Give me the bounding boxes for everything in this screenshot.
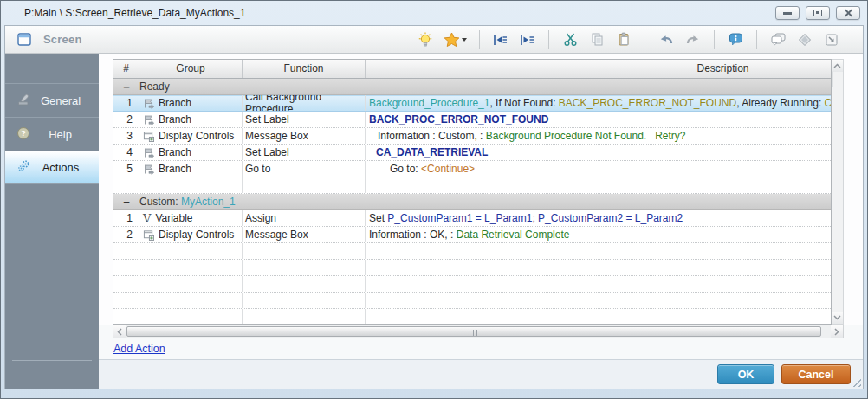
cell-c2: Set Label	[243, 112, 366, 127]
collapse-icon[interactable]: −	[113, 80, 139, 93]
column-header-function[interactable]: Function	[243, 60, 366, 78]
indent-icon[interactable]	[517, 29, 538, 51]
tip-lightbulb-icon[interactable]	[415, 29, 436, 51]
sidebar-item-help[interactable]: ? Help	[5, 117, 99, 151]
cell-c3: Go to: <Continue>	[366, 161, 831, 177]
cell-c3	[366, 243, 831, 259]
vertical-scroll-track[interactable]	[832, 72, 843, 312]
cancel-button[interactable]: Cancel	[781, 364, 851, 384]
cell-c1	[139, 309, 243, 324]
cell-c2	[243, 260, 366, 275]
horizontal-scroll-track[interactable]	[822, 325, 831, 338]
vertical-scroll-thumb[interactable]	[832, 71, 833, 87]
question-mark-icon: ?	[16, 126, 30, 143]
undo-icon[interactable]	[656, 29, 677, 51]
maximize-icon	[813, 10, 822, 16]
actions-grid: # Group Function Description −Ready1 Bra…	[113, 59, 832, 325]
sidebar-item-label: Help	[30, 128, 99, 141]
maximize-button[interactable]	[806, 6, 830, 20]
function-cell-label: Call Background Procedure	[245, 95, 365, 111]
vertical-scrollbar[interactable]	[832, 59, 844, 325]
action-row[interactable]: 1VVariableAssignSet P_CustomParam1 = L_P…	[113, 210, 831, 227]
cell-c2	[243, 276, 366, 292]
description-segment: Set	[369, 212, 387, 224]
diamond-icon[interactable]	[794, 29, 815, 51]
branch-icon	[143, 147, 154, 158]
dialog-footer: OK Cancel	[99, 359, 863, 389]
column-header-group[interactable]: Group	[139, 60, 243, 78]
empty-row	[113, 309, 831, 324]
scroll-up-icon[interactable]	[832, 60, 843, 72]
description-segment: Information : OK, :	[369, 228, 457, 241]
column-header-number[interactable]: #	[113, 60, 139, 78]
sidebar-item-actions[interactable]: Actions	[5, 151, 99, 184]
main-area: General ? Help	[5, 54, 863, 389]
empty-row	[113, 243, 831, 260]
action-number: 1	[126, 97, 133, 109]
cell-c3: Information : OK, : Data Retrieval Compl…	[366, 227, 831, 242]
variable-icon: V	[143, 213, 151, 224]
cell-c1: Branch	[139, 145, 243, 160]
sidebar-item-general[interactable]: General	[5, 83, 99, 117]
add-action-link[interactable]: Add Action	[113, 343, 165, 355]
cell-c0: 4	[113, 145, 139, 160]
horizontal-scrollbar[interactable]	[113, 325, 844, 338]
minimize-button[interactable]	[775, 6, 800, 20]
copy-icon[interactable]	[586, 29, 607, 51]
cell-c0	[113, 276, 139, 292]
favorites-star-icon	[444, 32, 460, 48]
action-row[interactable]: 1 BranchCall Background ProcedureBackgro…	[113, 95, 831, 112]
title-bar[interactable]: P:Main \ S:Screen_Retrieve_Data_MyAction…	[1, 1, 867, 25]
cell-c3	[366, 260, 831, 275]
scroll-right-icon[interactable]	[831, 325, 843, 338]
action-row[interactable]: 2 Display ControlsMessage BoxInformation…	[113, 227, 831, 243]
cell-c0: 2	[113, 227, 139, 242]
action-row[interactable]: 3 Display ControlsMessage BoxInformation…	[113, 128, 831, 145]
cell-c2: Assign	[243, 210, 366, 226]
favorites-star-button[interactable]	[442, 29, 469, 51]
cell-c2: Call Background Procedure	[243, 95, 366, 111]
close-button[interactable]	[836, 6, 860, 20]
description-segment: CA_DATA_RETRIEVAL	[376, 146, 488, 158]
group-header-row[interactable]: −Custom: MyAction_1	[113, 194, 831, 210]
action-row[interactable]: 5 BranchGo toGo to: <Continue>	[113, 161, 831, 177]
description-segment: , Already Running:	[736, 97, 824, 109]
description-segment: <Continue>	[421, 163, 475, 175]
action-number: 1	[126, 212, 133, 224]
cell-c0	[113, 309, 139, 324]
group-header-row[interactable]: −Ready	[113, 79, 831, 95]
horizontal-scroll-thumb[interactable]	[126, 326, 821, 337]
paste-icon[interactable]	[613, 29, 634, 51]
scroll-down-icon[interactable]	[832, 312, 843, 324]
cell-c0	[113, 260, 139, 275]
ok-button[interactable]: OK	[717, 364, 774, 384]
cell-c0: 2	[113, 112, 139, 127]
cell-c3: CA_DATA_RETRIEVAL	[366, 145, 831, 160]
info-bubble-icon[interactable]	[725, 29, 746, 51]
group-cell-label: Branch	[159, 113, 191, 125]
outdent-icon[interactable]	[490, 29, 511, 51]
function-cell-label: Set Label	[245, 146, 289, 158]
favorites-dropdown-icon[interactable]	[462, 38, 467, 42]
cell-c1: Display Controls	[139, 227, 243, 242]
branch-icon	[143, 114, 154, 125]
add-action-row: Add Action	[99, 338, 863, 359]
action-row[interactable]: 4 BranchSet LabelCA_DATA_RETRIEVAL	[113, 145, 831, 161]
goto-window-icon[interactable]	[821, 29, 842, 51]
collapse-icon[interactable]: −	[113, 196, 139, 209]
toolbar-separator	[548, 30, 549, 49]
description-segment: Background Procedure Not Found. Retry?	[486, 130, 686, 142]
scroll-left-icon[interactable]	[113, 325, 126, 338]
group-label-prefix: Custom:	[139, 196, 181, 208]
resize-grip-icon[interactable]	[851, 376, 861, 387]
redo-icon[interactable]	[683, 29, 703, 51]
toolbar-separator	[479, 30, 480, 49]
empty-row	[113, 276, 831, 293]
column-header-description[interactable]: Description	[366, 60, 831, 78]
comments-icon[interactable]	[768, 29, 788, 51]
window-controls	[775, 6, 860, 20]
action-row[interactable]: 2 BranchSet LabelBACK_PROC_ERROR_NOT_FOU…	[113, 112, 831, 128]
cell-c1: VVariable	[139, 210, 243, 226]
function-cell-label: Assign	[245, 212, 276, 224]
cut-icon[interactable]	[560, 29, 580, 51]
